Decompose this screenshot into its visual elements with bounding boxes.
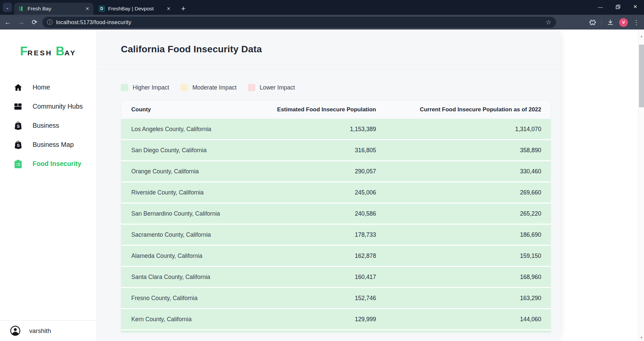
cell-county: Orange County, California — [121, 168, 272, 175]
sidebar-item-label: Home — [33, 83, 50, 91]
cell-county: Santa Clara County, California — [121, 274, 272, 281]
back-button[interactable]: ← — [2, 16, 13, 28]
profile-avatar[interactable]: V — [619, 18, 628, 27]
sidebar-item-food-insecurity[interactable]: Food Insecurity — [0, 154, 96, 173]
table-row: Kern County, California 129,999 144,060 — [121, 309, 551, 330]
toolbar-right-icons: V ⋮ — [589, 17, 639, 28]
sidebar-item-home[interactable]: Home — [0, 78, 96, 97]
page-scrollbar[interactable]: ▲ ▼ — [638, 30, 644, 341]
cell-estimated: 1,153,389 — [272, 126, 376, 133]
clipboard-list-icon — [13, 159, 22, 168]
forward-button[interactable]: → — [15, 16, 27, 28]
cell-current: 269,660 — [376, 189, 551, 196]
restore-button[interactable] — [609, 0, 627, 13]
content-header: California Food Insecurity Data — [97, 30, 561, 69]
username: varshith — [29, 327, 51, 335]
cell-estimated: 240,586 — [272, 210, 376, 217]
legend-label: Lower Impact — [260, 84, 295, 91]
scroll-up-arrow-icon[interactable]: ▲ — [639, 34, 644, 39]
tab-search-button[interactable]: ⌄ — [3, 3, 12, 12]
table-row: San Diego County, California 316,805 358… — [121, 140, 551, 161]
table-row: Sacramento County, California 178,733 18… — [121, 225, 551, 246]
cell-current: 1,314,070 — [376, 126, 551, 133]
food-insecurity-table: County Estimated Food Insecure Populatio… — [121, 100, 551, 333]
devpost-favicon-icon: D — [99, 6, 105, 12]
sidebar-item-business-map[interactable]: S Business Map — [0, 135, 96, 154]
user-profile[interactable]: varshith — [0, 320, 96, 341]
fresh-bay-favicon-icon — [18, 6, 24, 12]
legend-item-moderate: Moderate Impact — [181, 84, 236, 91]
table-header-row: County Estimated Food Insecure Populatio… — [121, 101, 551, 119]
chevron-down-icon: ⌄ — [6, 5, 9, 10]
url-text[interactable]: localhost:5173/food-insecurity — [56, 19, 131, 25]
sidebar-nav: Home Community Hubs S — [0, 78, 96, 173]
page-title: California Food Insecurity Data — [121, 44, 262, 55]
table-row: Alameda County, California 162,878 159,1… — [121, 246, 551, 267]
legend-label: Moderate Impact — [192, 84, 236, 91]
shopping-bag-icon: S — [13, 121, 22, 130]
cell-estimated: 162,878 — [272, 252, 376, 260]
cell-county: Riverside County, California — [121, 189, 272, 196]
tab-title: FreshBay | Devpost — [108, 6, 164, 12]
table-row: Los Angeles County, California 1,153,389… — [121, 119, 551, 140]
address-bar[interactable]: ⓘ localhost:5173/food-insecurity ☆ — [42, 17, 556, 28]
table-row: San Bernardino County, California 240,58… — [121, 204, 551, 225]
site-info-icon[interactable]: ⓘ — [47, 18, 53, 26]
column-header-current: Current Food Insecure Population as of 2… — [376, 106, 551, 113]
bookmark-star-icon[interactable]: ☆ — [546, 18, 551, 26]
table-row: Riverside County, California 245,006 269… — [121, 182, 551, 204]
cell-estimated: 178,733 — [272, 231, 376, 238]
browser-chrome: ⌄ Fresh Bay ✕ D FreshBay | Devpost ✕ + —… — [0, 0, 644, 30]
logo-letter: F — [20, 44, 28, 58]
tab-devpost[interactable]: D FreshBay | Devpost ✕ — [95, 3, 175, 15]
reload-button[interactable]: ⟳ — [29, 16, 40, 28]
scrollbar-thumb[interactable] — [639, 45, 644, 107]
legend-item-higher: Higher Impact — [121, 84, 169, 91]
close-tab-icon[interactable]: ✕ — [167, 6, 171, 11]
table-row: Santa Clara County, California 160,417 1… — [121, 267, 551, 288]
impact-legend: Higher Impact Moderate Impact Lower Impa… — [121, 84, 561, 91]
cell-current: 358,890 — [376, 147, 551, 154]
table-body: Los Angeles County, California 1,153,389… — [121, 119, 551, 330]
page: FRESHBAY Home Commu — [0, 30, 638, 341]
cell-current: 168,960 — [376, 274, 551, 281]
close-tab-icon[interactable]: ✕ — [85, 6, 89, 11]
column-header-estimated: Estimated Food Insecure Population — [272, 106, 376, 113]
new-tab-button[interactable]: + — [179, 4, 188, 13]
community-hubs-icon — [13, 102, 22, 111]
cell-county: Los Angeles County, California — [121, 126, 272, 133]
toolbar-divider — [601, 19, 602, 26]
tab-title: Fresh Bay — [28, 6, 83, 12]
sidebar-item-community-hubs[interactable]: Community Hubs — [0, 97, 96, 116]
table-row: Orange County, California 290,057 330,46… — [121, 161, 551, 182]
cell-estimated: 290,057 — [272, 168, 376, 175]
sidebar-item-label: Business Map — [33, 141, 74, 149]
scroll-down-arrow-icon[interactable]: ▼ — [639, 335, 644, 340]
cell-county: San Diego County, California — [121, 147, 272, 154]
close-window-button[interactable]: ✕ — [627, 0, 644, 13]
sidebar-item-label: Community Hubs — [33, 103, 83, 110]
cell-current: 330,460 — [376, 168, 551, 175]
cell-current: 159,150 — [376, 252, 551, 260]
cell-estimated: 129,999 — [272, 316, 376, 323]
sidebar-item-business[interactable]: S Business — [0, 116, 96, 135]
cell-county: Sacramento County, California — [121, 231, 272, 238]
downloads-icon[interactable] — [607, 19, 614, 26]
table-row: Fresno County, California 152,746 163,29… — [121, 288, 551, 309]
higher-impact-swatch — [121, 84, 128, 91]
sidebar-item-label: Food Insecurity — [33, 160, 81, 168]
extensions-icon[interactable] — [589, 19, 596, 26]
tab-fresh-bay[interactable]: Fresh Bay ✕ — [14, 3, 93, 15]
sidebar-item-label: Business — [33, 122, 59, 129]
svg-text:S: S — [17, 143, 19, 148]
cell-current: 144,060 — [376, 316, 551, 323]
user-avatar-icon — [10, 326, 20, 336]
legend-label: Higher Impact — [133, 84, 169, 91]
minimize-button[interactable]: — — [592, 0, 609, 13]
table-row-partial — [121, 330, 551, 332]
column-header-county: County — [121, 106, 272, 113]
cell-county: Fresno County, California — [121, 295, 272, 302]
browser-menu-icon[interactable]: ⋮ — [633, 19, 639, 26]
cell-estimated: 245,006 — [272, 189, 376, 196]
home-icon — [13, 83, 22, 92]
